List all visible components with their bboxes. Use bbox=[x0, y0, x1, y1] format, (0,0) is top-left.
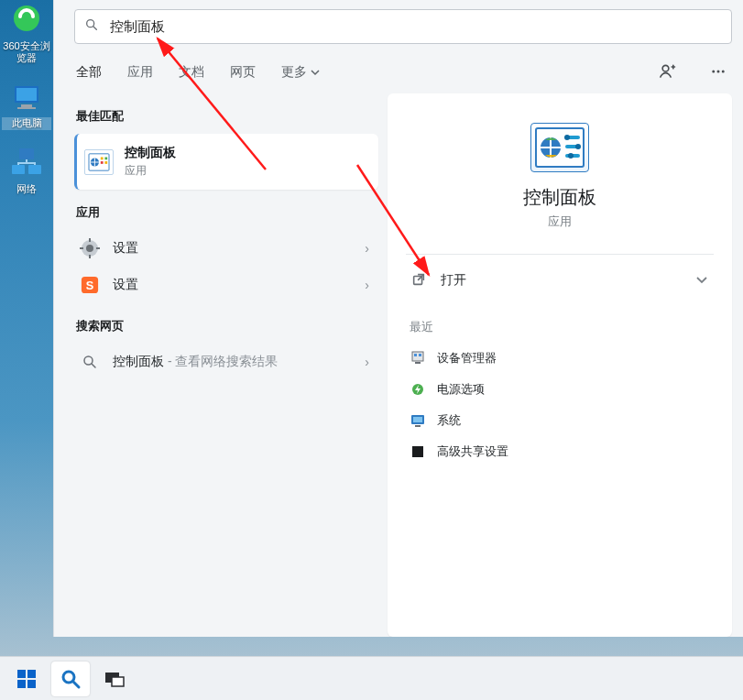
svg-rect-49 bbox=[27, 680, 36, 688]
svg-rect-16 bbox=[104, 157, 107, 159]
best-match-result[interactable]: 控制面板 应用 bbox=[74, 134, 378, 190]
svg-point-10 bbox=[712, 70, 715, 72]
windows-icon bbox=[16, 668, 38, 690]
system-icon bbox=[410, 412, 426, 429]
control-panel-icon-large bbox=[530, 123, 589, 172]
svg-rect-40 bbox=[419, 354, 421, 356]
svg-rect-48 bbox=[17, 680, 26, 688]
tab-apps[interactable]: 应用 bbox=[126, 60, 155, 84]
open-icon bbox=[411, 272, 428, 289]
search-button[interactable] bbox=[51, 662, 90, 696]
svg-rect-7 bbox=[28, 165, 41, 174]
svg-rect-2 bbox=[16, 88, 37, 101]
search-icon bbox=[60, 668, 82, 690]
recent-power-options[interactable]: 电源选项 bbox=[406, 374, 714, 405]
start-button[interactable] bbox=[7, 662, 46, 696]
desktop-icon-this-pc[interactable]: 此电脑 bbox=[2, 79, 51, 129]
svg-point-20 bbox=[86, 245, 93, 252]
svg-rect-18 bbox=[104, 161, 107, 164]
svg-rect-37 bbox=[412, 352, 423, 361]
desktop-icon-360[interactable]: 360安全浏览器 bbox=[2, 2, 51, 64]
app-result-label: 设置 bbox=[113, 240, 352, 257]
taskbar bbox=[0, 656, 743, 700]
svg-point-33 bbox=[575, 144, 581, 149]
sogou-icon: S bbox=[80, 275, 100, 295]
svg-rect-47 bbox=[27, 670, 36, 678]
svg-rect-3 bbox=[21, 104, 32, 107]
svg-point-11 bbox=[717, 70, 720, 72]
search-icon bbox=[80, 352, 100, 372]
recent-sharing[interactable]: 高级共享设置 bbox=[406, 436, 714, 467]
control-panel-icon bbox=[84, 149, 114, 175]
svg-rect-46 bbox=[17, 670, 26, 678]
chevron-right-icon: › bbox=[365, 241, 369, 256]
svg-point-31 bbox=[564, 135, 570, 140]
svg-rect-22 bbox=[89, 255, 91, 258]
recent-device-manager[interactable]: 设备管理器 bbox=[406, 343, 714, 374]
recent-system[interactable]: 系统 bbox=[406, 405, 714, 436]
app-result-settings[interactable]: 设置 › bbox=[74, 230, 378, 267]
svg-rect-17 bbox=[101, 161, 104, 164]
tab-more[interactable]: 更多 bbox=[279, 60, 322, 84]
svg-text:S: S bbox=[86, 279, 93, 292]
sharing-icon bbox=[410, 443, 426, 460]
tab-web[interactable]: 网页 bbox=[228, 60, 257, 84]
browser-360-icon bbox=[8, 2, 45, 38]
app-result-sogou[interactable]: S 设置 › bbox=[74, 267, 378, 303]
task-view-icon bbox=[104, 669, 125, 689]
recent-label: 系统 bbox=[437, 412, 461, 429]
chevron-right-icon: › bbox=[365, 278, 369, 292]
desktop-icon-label: 此电脑 bbox=[2, 117, 51, 129]
desktop-icon-network[interactable]: 网络 bbox=[2, 145, 51, 195]
svg-point-12 bbox=[722, 70, 725, 72]
svg-rect-5 bbox=[19, 148, 34, 159]
detail-pane: 控制面板 应用 打开 最近 设备管理器 bbox=[388, 93, 732, 637]
svg-rect-39 bbox=[414, 354, 417, 356]
chevron-right-icon: › bbox=[365, 355, 369, 369]
device-manager-icon bbox=[410, 350, 426, 366]
svg-rect-45 bbox=[412, 446, 423, 457]
account-icon[interactable] bbox=[653, 57, 683, 89]
svg-rect-52 bbox=[112, 677, 124, 686]
best-match-title: 控制面板 bbox=[125, 145, 176, 161]
web-result[interactable]: 控制面板 - 查看网络搜索结果 › bbox=[74, 344, 378, 380]
svg-rect-43 bbox=[413, 417, 422, 422]
svg-rect-21 bbox=[89, 238, 91, 242]
section-apps: 应用 bbox=[76, 204, 378, 221]
results-list: 最佳匹配 控制面板 应用 bbox=[74, 93, 378, 637]
svg-rect-44 bbox=[415, 425, 421, 427]
svg-rect-15 bbox=[101, 157, 104, 159]
section-best-match: 最佳匹配 bbox=[76, 108, 378, 125]
svg-rect-24 bbox=[96, 247, 100, 249]
best-match-subtitle: 应用 bbox=[125, 163, 176, 179]
svg-rect-23 bbox=[80, 247, 83, 249]
gear-icon bbox=[80, 238, 100, 258]
svg-point-35 bbox=[568, 153, 574, 159]
search-query-text: 控制面板 bbox=[110, 18, 722, 36]
web-result-label: 控制面板 - 查看网络搜索结果 bbox=[113, 354, 352, 370]
recent-section-label: 最近 bbox=[410, 319, 714, 335]
desktop-icons: 360安全浏览器 此电脑 网络 bbox=[0, 0, 53, 210]
search-tabs: 全部 应用 文档 网页 更多 bbox=[54, 51, 743, 93]
more-options-icon[interactable] bbox=[705, 58, 732, 88]
tab-all[interactable]: 全部 bbox=[74, 60, 104, 84]
chevron-down-icon[interactable] bbox=[690, 268, 714, 295]
detail-subtitle: 应用 bbox=[406, 213, 714, 230]
svg-point-8 bbox=[87, 20, 94, 27]
svg-rect-38 bbox=[415, 362, 421, 364]
detail-title: 控制面板 bbox=[406, 185, 714, 210]
tab-documents[interactable]: 文档 bbox=[177, 60, 206, 84]
recent-label: 电源选项 bbox=[437, 381, 485, 398]
desktop-icon-label: 360安全浏览器 bbox=[2, 40, 51, 64]
pc-icon bbox=[8, 79, 45, 115]
desktop-icon-label: 网络 bbox=[2, 183, 51, 195]
svg-point-27 bbox=[84, 356, 93, 365]
recent-label: 高级共享设置 bbox=[437, 443, 508, 460]
svg-point-9 bbox=[662, 65, 669, 71]
svg-rect-6 bbox=[12, 165, 25, 174]
search-input[interactable]: 控制面板 bbox=[74, 9, 732, 44]
search-panel: 控制面板 全部 应用 文档 网页 更多 最佳匹配 bbox=[53, 0, 743, 637]
recent-label: 设备管理器 bbox=[437, 350, 497, 366]
task-view-button[interactable] bbox=[95, 662, 134, 696]
tab-more-label: 更多 bbox=[281, 64, 307, 81]
